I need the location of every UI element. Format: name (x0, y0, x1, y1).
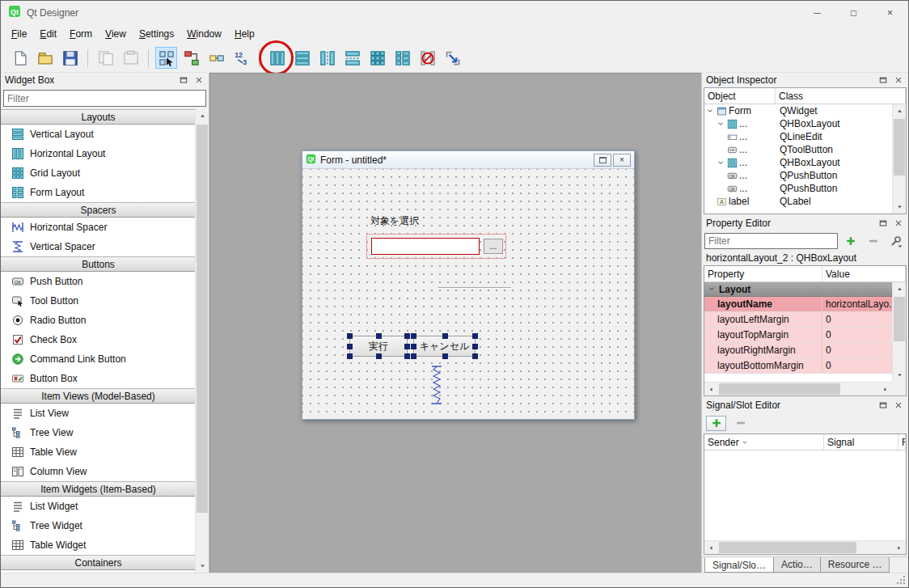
property-row-layoutleftmargin[interactable]: layoutLeftMargin0 (704, 312, 892, 328)
form-minimize-button[interactable] (594, 154, 611, 167)
widget-tool-button[interactable]: Tool Button (1, 291, 196, 311)
selection-handle[interactable] (442, 353, 448, 359)
property-filter-input[interactable] (704, 233, 838, 249)
scroll-right-icon[interactable] (892, 541, 906, 554)
vertical-spacer-widget[interactable] (430, 365, 443, 405)
property-value[interactable]: 0 (822, 358, 892, 373)
scroll-up-icon[interactable] (196, 109, 209, 123)
column-header-signal[interactable]: Signal (824, 434, 898, 450)
layout-vertical-icon[interactable] (291, 47, 313, 69)
close-panel-icon[interactable] (192, 74, 205, 87)
column-header-sender[interactable]: Sender (704, 434, 824, 450)
adjust-size-icon[interactable] (442, 47, 463, 69)
widget-button-box[interactable]: Button Box (1, 369, 196, 388)
float-panel-icon[interactable] (877, 218, 889, 230)
scroll-right-icon[interactable] (878, 383, 892, 396)
layout-grid-icon[interactable] (366, 47, 388, 69)
property-editor-vertical-scrollbar[interactable] (892, 282, 906, 382)
scroll-down-icon[interactable] (893, 368, 906, 382)
widget-tree-widget[interactable]: Tree Widget (1, 516, 196, 535)
object-row[interactable]: ...QHBoxLayout (704, 156, 892, 169)
selection-handle[interactable] (404, 333, 410, 339)
property-row-layoutname[interactable]: layoutNamehorizontalLayo.. (704, 297, 892, 312)
edit-signals-slots-icon[interactable] (180, 47, 202, 69)
widget-radio-button[interactable]: Radio Button (1, 311, 196, 330)
form-close-button[interactable]: × (613, 154, 631, 167)
float-panel-icon[interactable] (877, 400, 889, 412)
menu-edit[interactable]: Edit (33, 26, 63, 42)
scrollbar-track[interactable] (196, 123, 209, 559)
column-header-receiver[interactable]: R (898, 434, 906, 450)
scroll-left-icon[interactable] (704, 383, 718, 396)
scrollbar-thumb[interactable] (894, 297, 905, 341)
expander-chevron-icon[interactable] (708, 284, 716, 295)
object-row[interactable]: OK...QPushButton (704, 182, 892, 195)
layout-horizontal-icon[interactable] (266, 47, 288, 69)
float-panel-icon[interactable] (177, 74, 189, 87)
widget-horizontal-spacer[interactable]: Horizontal Spacer (1, 218, 196, 237)
object-row[interactable]: OK...QPushButton (704, 169, 892, 182)
menu-view[interactable]: View (99, 26, 133, 42)
widget-list-widget[interactable]: List Widget (1, 497, 196, 516)
category-layouts[interactable]: Layouts (1, 109, 196, 125)
tab-actio[interactable]: Actio… (773, 557, 821, 573)
scroll-up-icon[interactable] (893, 282, 906, 296)
column-header-object[interactable]: Object (704, 88, 776, 104)
object-inspector-scrollbar[interactable] (892, 104, 906, 214)
widget-box-scrollbar[interactable] (195, 109, 209, 573)
scrollbar-track[interactable] (893, 118, 906, 200)
selection-handle[interactable] (347, 353, 353, 359)
form-window[interactable]: Qt Form - untitled* × 対象を選択 ... 実行 キャンセル (302, 150, 635, 420)
new-form-icon[interactable] (9, 47, 31, 69)
object-row[interactable]: ...QHBoxLayout (704, 117, 892, 130)
float-panel-icon[interactable] (877, 74, 889, 87)
menu-settings[interactable]: Settings (133, 26, 180, 42)
widget-filter-input[interactable] (3, 90, 206, 107)
form-canvas[interactable]: 対象を選択 ... 実行 キャンセル (302, 169, 634, 419)
close-panel-icon[interactable] (892, 218, 904, 230)
widget-command-link-button[interactable]: Command Link Button (1, 349, 196, 369)
menu-file[interactable]: File (5, 26, 33, 42)
menu-form[interactable]: Form (63, 26, 99, 42)
layout-vertical-splitter-icon[interactable] (341, 47, 363, 69)
selection-handle[interactable] (404, 353, 410, 359)
break-layout-icon[interactable] (416, 47, 438, 69)
save-form-icon[interactable] (59, 47, 81, 69)
expander-chevron-icon[interactable] (717, 120, 725, 128)
column-header-class[interactable]: Class (776, 88, 906, 104)
widget-vertical-spacer[interactable]: Vertical Spacer (1, 237, 196, 256)
minimize-button[interactable]: ─ (799, 1, 835, 24)
widget-check-box[interactable]: Check Box (1, 330, 196, 349)
selection-handle[interactable] (472, 344, 478, 349)
selection-handle[interactable] (442, 333, 448, 339)
scrollbar-thumb[interactable] (894, 119, 905, 176)
selection-handle[interactable] (376, 353, 382, 359)
form-cancel-button[interactable]: キャンセル (413, 336, 476, 357)
property-value[interactable]: horizontalLayo.. (822, 297, 892, 311)
scrollbar-track[interactable] (718, 541, 892, 554)
category-item-views-model-based[interactable]: Item Views (Model-Based) (1, 388, 196, 404)
object-row[interactable]: ...QToolButton (704, 143, 892, 156)
property-row-layoutrightmargin[interactable]: layoutRightMargin0 (704, 343, 892, 358)
scrollbar-track[interactable] (893, 296, 906, 368)
widget-column-view[interactable]: Column View (1, 462, 196, 481)
scroll-up-icon[interactable] (893, 104, 906, 118)
form-window-titlebar[interactable]: Qt Form - untitled* × (302, 151, 634, 169)
scrollbar-thumb[interactable] (719, 383, 840, 395)
category-containers[interactable]: Containers (1, 555, 196, 570)
selection-handle[interactable] (347, 333, 353, 339)
property-row-layouttopmargin[interactable]: layoutTopMargin0 (704, 328, 892, 343)
scroll-left-icon[interactable] (704, 541, 718, 554)
object-row[interactable]: AlabelQLabel (704, 195, 892, 208)
scrollbar-track[interactable] (718, 383, 878, 396)
edit-tab-order-icon[interactable]: 123 (230, 47, 252, 69)
scrollbar-thumb[interactable] (197, 125, 208, 513)
menu-help[interactable]: Help (228, 26, 261, 42)
layout-horizontal-splitter-icon[interactable] (316, 47, 338, 69)
widget-horizontal-layout[interactable]: Horizontal Layout (1, 144, 196, 163)
widget-table-view[interactable]: Table View (1, 442, 196, 462)
expander-chevron-icon[interactable] (706, 107, 715, 115)
object-row[interactable]: ...QLineEdit (704, 130, 892, 143)
object-row[interactable]: FormQWidget (704, 104, 892, 117)
scroll-down-icon[interactable] (893, 200, 906, 214)
